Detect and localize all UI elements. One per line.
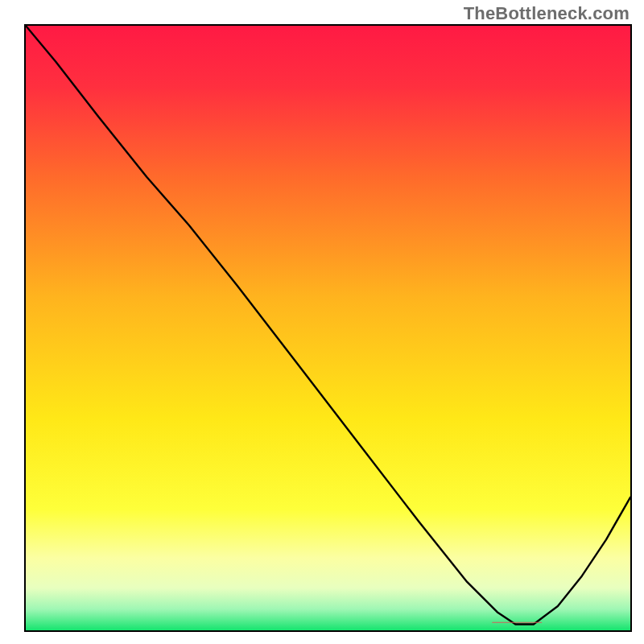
plot-svg (26, 26, 630, 630)
plot-background (26, 26, 630, 630)
chart-stage: TheBottleneck.com (0, 0, 644, 644)
plot-frame (24, 24, 632, 632)
watermark-text: TheBottleneck.com (464, 3, 630, 24)
